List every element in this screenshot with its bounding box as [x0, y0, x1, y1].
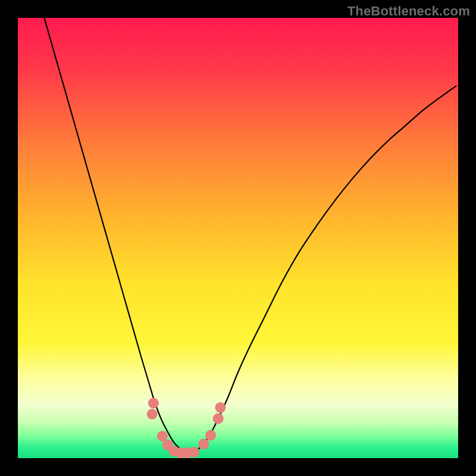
marker-right-low	[198, 439, 209, 449]
plot-area	[18, 18, 458, 458]
marker-right-upper2	[215, 402, 226, 413]
gradient-background	[18, 18, 458, 458]
marker-left-upper	[147, 409, 158, 419]
chart-svg	[18, 18, 458, 458]
watermark-text: TheBottleneck.com	[347, 4, 470, 19]
marker-right-upper	[213, 413, 224, 424]
marker-bottom-4	[189, 447, 199, 458]
marker-left-upper2	[148, 398, 159, 409]
marker-right-mid	[205, 430, 216, 441]
chart-frame: TheBottleneck.com	[0, 0, 476, 476]
